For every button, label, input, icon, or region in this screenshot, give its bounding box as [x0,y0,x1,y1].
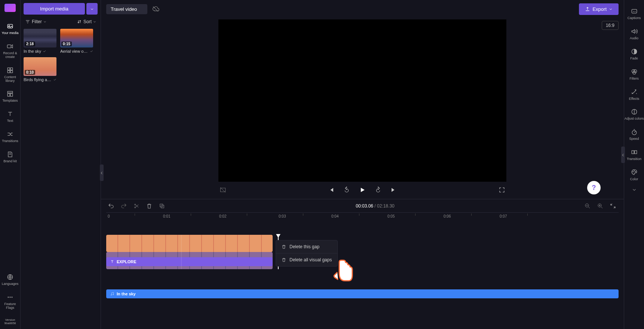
svg-rect-28 [632,151,634,154]
project-title-input[interactable] [106,4,147,14]
delete-this-gap[interactable]: Delete this gap [276,240,337,253]
duplicate-button[interactable] [159,202,166,210]
ruler-tick: 0:07 [500,214,507,218]
svg-point-30 [632,172,633,172]
trash-icon [281,257,286,262]
duration-badge: 2:18 [25,41,35,46]
timeline[interactable]: 0 0:01 0:02 0:03 0:04 0:05 0:06 0:07 EXP… [101,212,624,329]
media-thumbnail: 0:15 [60,29,93,47]
main-area: Export 16:9 00:03.06 / 02:18 [101,0,624,329]
svg-point-13 [12,297,12,298]
filter-button[interactable]: Filter [25,19,46,24]
forward-button[interactable] [374,185,383,194]
expand-right-panel[interactable]: ‹ [621,147,625,163]
media-thumbnail: 0:10 [24,57,56,76]
rail-transition[interactable]: Transition [624,145,644,165]
svg-rect-9 [10,94,13,96]
duration-badge: 0:15 [61,41,72,46]
rail-adjust-colors[interactable]: Adjust colors [624,104,644,124]
rail-label: Templates [2,99,18,103]
rail-transitions[interactable]: Transitions [0,127,20,147]
rail-label: Content library [0,76,20,83]
ruler-tick: 0:05 [387,214,395,218]
duration-badge: 0:10 [25,70,35,75]
text-clip[interactable]: EXPLORE [106,257,273,266]
delete-button[interactable] [146,202,153,210]
rail-languages[interactable]: Languages [0,270,20,290]
svg-point-11 [8,297,9,298]
rail-effects[interactable]: Effects [624,84,644,105]
rail-audio[interactable]: Audio [624,24,644,44]
cloud-sync-icon[interactable] [151,4,160,13]
rail-feature-flags[interactable]: Feature Flags [0,290,20,314]
media-item[interactable]: 0:10 Birds flying ab… [24,57,56,82]
rail-label: Text [7,119,13,123]
fullscreen-button[interactable] [497,185,506,194]
import-media-dropdown[interactable] [86,3,98,15]
svg-rect-7 [7,92,12,93]
aspect-ratio-selector[interactable]: 16:9 [602,21,619,30]
video-clip-1[interactable] [106,235,273,252]
ruler-tick: 0:06 [444,214,451,218]
svg-rect-4 [10,68,13,70]
rail-label: Transition [627,157,641,161]
svg-point-27 [632,130,637,135]
fit-timeline-button[interactable] [610,202,617,210]
svg-point-1 [9,25,10,27]
sort-button[interactable]: Sort [77,19,96,24]
rail-label: Languages [2,282,19,286]
timeline-ruler[interactable]: 0 0:01 0:02 0:03 0:04 0:05 0:06 0:07 [106,212,619,220]
svg-rect-5 [7,71,10,73]
rail-color[interactable]: Color [624,165,644,185]
chevron-down-icon[interactable] [632,187,637,192]
total-duration: 02:18.30 [377,203,395,209]
rail-label: Color [630,178,638,181]
rail-speed[interactable]: Speed [624,124,644,145]
safe-zones-toggle[interactable] [218,185,227,194]
import-media-button[interactable]: Import media [24,3,85,15]
skip-back-button[interactable] [326,185,335,194]
rail-text[interactable]: Text [0,107,20,127]
sort-label: Sort [83,19,92,24]
rail-content-library[interactable]: Content library [0,63,20,87]
split-button[interactable] [133,202,141,210]
filter-label: Filter [32,19,42,24]
redo-button[interactable] [120,202,128,210]
audio-clip[interactable]: In the sky [106,289,619,298]
skip-forward-button[interactable] [389,185,398,194]
svg-rect-3 [7,68,10,70]
preview-area: 16:9 [101,18,624,196]
zoom-out-button[interactable] [584,202,592,210]
app-logo [4,4,16,12]
help-label: ? [592,184,596,192]
chevron-down-icon [43,20,46,23]
rail-label: Record & create [0,52,20,59]
check-icon [53,78,56,82]
rail-your-media[interactable]: Your media [0,19,20,39]
media-item[interactable]: 0:15 Aerial view of … [60,29,93,53]
svg-point-32 [635,172,636,172]
rail-filters[interactable]: Filters [624,64,644,84]
filter-icon [25,19,30,24]
delete-all-visual-gaps[interactable]: Delete all visual gaps [276,253,337,266]
help-button[interactable]: ? [587,181,601,194]
rail-brand-kit[interactable]: Brand kit [0,147,20,167]
rail-fade[interactable]: Fade [624,44,644,64]
rail-captions[interactable]: Captions [624,4,644,24]
svg-rect-18 [161,205,164,208]
svg-rect-17 [160,204,163,207]
undo-button[interactable] [108,202,115,210]
current-time: 00:03.06 [356,203,373,209]
rail-version[interactable]: Version 9ba8658 [0,313,20,329]
export-button[interactable]: Export [579,3,619,15]
rewind-button[interactable] [342,185,351,194]
zoom-in-button[interactable] [597,202,604,210]
rail-templates[interactable]: Templates [0,86,20,107]
play-button[interactable] [358,185,367,194]
media-item[interactable]: 2:18 In the sky [24,29,56,53]
video-preview[interactable] [218,19,506,182]
chevron-down-icon [609,7,613,11]
rail-record-create[interactable]: Record & create [0,39,20,63]
svg-rect-29 [634,151,637,154]
rail-label: Adjust colors [625,117,644,121]
